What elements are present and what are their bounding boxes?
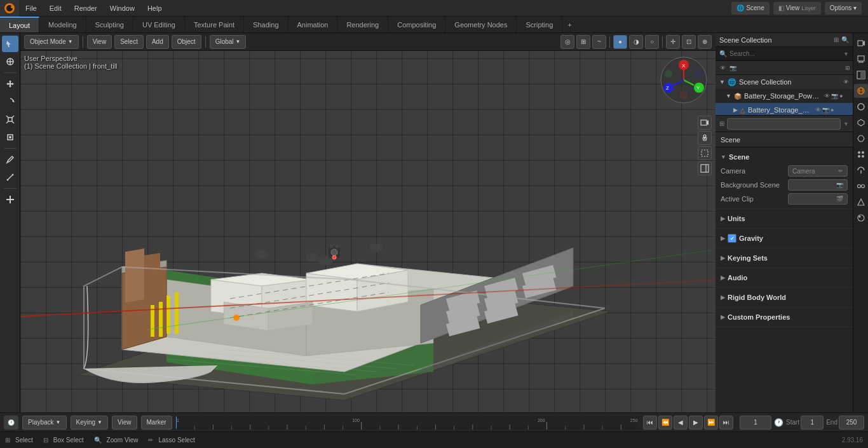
camera-view-button[interactable]	[698, 116, 712, 130]
prop-icon-physics[interactable]	[854, 163, 868, 177]
prop-icon-material[interactable]	[854, 211, 868, 225]
overlay-toggle[interactable]: ⊡	[682, 35, 696, 49]
outliner-scene-collection[interactable]: ▼ 🌐 Scene Collection 👁	[715, 75, 853, 89]
tab-geometry-nodes[interactable]: Geometry Nodes	[445, 17, 517, 32]
prop-icon-particles[interactable]	[854, 147, 868, 161]
tool-measure[interactable]	[2, 169, 18, 186]
item1-visibility[interactable]: 👁	[824, 93, 830, 99]
view-menu[interactable]: View	[87, 35, 112, 49]
viewport-shading-render[interactable]: ○	[645, 35, 659, 49]
step-back-button[interactable]: ⏪	[658, 416, 672, 430]
object-menu[interactable]: Object	[172, 35, 201, 49]
jump-to-end-button[interactable]: ⏭	[719, 416, 733, 430]
outliner-search-icon[interactable]: 🔍	[841, 36, 849, 43]
tool-add[interactable]	[2, 191, 18, 208]
item1-camera[interactable]: 📷	[831, 93, 838, 99]
viewport-shading-solid[interactable]: ●	[613, 35, 627, 49]
object-mode-selector[interactable]: Object Mode ▼	[24, 35, 79, 49]
walk-navigation-button[interactable]	[698, 131, 712, 145]
tab-texture-paint[interactable]: Texture Paint	[185, 17, 244, 32]
visibility-icon[interactable]: 👁	[843, 79, 849, 85]
item2-visibility[interactable]: 👁	[815, 107, 821, 113]
step-forward-button[interactable]: ⏩	[704, 416, 718, 430]
outliner-filter-restrict[interactable]: 👁	[718, 64, 727, 72]
snap-toggle[interactable]: ⊞	[576, 35, 590, 49]
navigation-gizmo[interactable]: X Y Z	[658, 55, 709, 105]
outliner-filter-options[interactable]: ⊞	[845, 65, 850, 71]
end-frame-input[interactable]: 250	[839, 416, 864, 430]
marker-menu[interactable]: Marker	[141, 416, 172, 430]
fps-indicator[interactable]: 🕐	[4, 416, 18, 430]
menu-window[interactable]: Window	[104, 0, 141, 16]
tab-modeling[interactable]: Modeling	[39, 17, 86, 32]
tab-compositing[interactable]: Compositing	[388, 17, 445, 32]
tab-rendering[interactable]: Rendering	[337, 17, 388, 32]
prop-icon-output[interactable]	[854, 52, 868, 66]
start-frame-input[interactable]: 1	[801, 416, 824, 430]
render-region-button[interactable]	[698, 146, 712, 160]
tab-shading[interactable]: Shading	[244, 17, 288, 32]
play-button[interactable]: ▶	[689, 416, 703, 430]
menu-file[interactable]: File	[19, 0, 43, 16]
prop-icon-constraints[interactable]	[854, 179, 868, 193]
timeline-ruler-container[interactable]: 1 100 200 250	[176, 416, 639, 430]
outliner-search-input[interactable]	[729, 50, 843, 57]
add-workspace-button[interactable]: +	[562, 21, 576, 29]
props-gravity-header[interactable]: ▶ ✓ Gravity	[715, 231, 853, 245]
menu-edit[interactable]: Edit	[43, 0, 68, 16]
outliner-filter-toggle[interactable]: ▼	[843, 51, 849, 57]
tab-animation[interactable]: Animation	[288, 17, 338, 32]
props-keying-header[interactable]: ▶ Keying Sets	[715, 251, 853, 265]
sidebar-toggle[interactable]	[698, 161, 712, 175]
outliner-item-1[interactable]: ▼ 📦 Battery_Storage_Power_Stat 👁 📷 ●	[715, 89, 853, 103]
props-filter-icon[interactable]: ⊞	[719, 120, 724, 127]
item2-camera[interactable]: 📷	[822, 107, 829, 113]
item2-render[interactable]: ●	[831, 107, 834, 113]
tab-scripting[interactable]: Scripting	[517, 17, 562, 32]
camera-value[interactable]: Camera ✏	[788, 165, 848, 177]
prop-icon-scene[interactable]	[854, 84, 868, 98]
transform-mode[interactable]: Global ▼	[210, 35, 247, 49]
prop-icon-object[interactable]	[854, 116, 868, 130]
tab-layout[interactable]: Layout	[0, 17, 39, 32]
proportional-editing[interactable]: ◎	[560, 35, 574, 49]
keying-menu[interactable]: Keying ▼	[71, 416, 109, 430]
menu-help[interactable]: Help	[141, 0, 168, 16]
viewport-shading-material[interactable]: ◑	[629, 35, 643, 49]
tool-rotate[interactable]	[2, 93, 18, 110]
props-custom-header[interactable]: ▶ Custom Properties	[715, 310, 853, 324]
tab-uv-editing[interactable]: UV Editing	[133, 17, 185, 32]
proportional-falloff[interactable]: ~	[592, 35, 606, 49]
prop-icon-render[interactable]	[854, 36, 868, 50]
menu-render[interactable]: Render	[68, 0, 104, 16]
prop-icon-data[interactable]	[854, 195, 868, 209]
viewport-3d[interactable]: Object Mode ▼ View Select Add Object Glo…	[20, 33, 715, 412]
tool-move[interactable]	[2, 76, 18, 92]
tool-scale[interactable]	[2, 111, 18, 128]
bg-scene-value[interactable]: 📷	[788, 179, 848, 191]
prop-icon-modifier[interactable]	[854, 132, 868, 146]
playback-menu[interactable]: Playback ▼	[22, 416, 67, 430]
item1-render[interactable]: ●	[839, 93, 843, 99]
props-scene-section-header[interactable]: ▼ Scene	[715, 150, 853, 164]
gravity-checkbox[interactable]: ✓	[728, 234, 736, 243]
tab-sculpting[interactable]: Sculpting	[86, 17, 133, 32]
select-menu[interactable]: Select	[114, 35, 144, 49]
props-search-input[interactable]	[727, 118, 841, 130]
gizmo-toggle[interactable]: ✛	[666, 35, 680, 49]
jump-to-start-button[interactable]: ⏮	[643, 416, 657, 430]
prop-icon-world[interactable]	[854, 100, 868, 114]
add-menu[interactable]: Add	[146, 35, 169, 49]
timeline-view-menu[interactable]: View	[112, 416, 137, 430]
tool-annotate[interactable]	[2, 151, 18, 168]
props-rigid-body-header[interactable]: ▶ Rigid Body World	[715, 290, 853, 304]
outliner-item-2[interactable]: ▶ △ Battery_Storage_Power... 👁 📷 ●	[715, 103, 853, 116]
active-clip-value[interactable]: 🎬	[788, 193, 848, 205]
xray-toggle[interactable]: ⊕	[698, 35, 712, 49]
options-button[interactable]: Options ▾	[825, 2, 862, 15]
camera-edit-icon[interactable]: ✏	[838, 168, 843, 174]
tool-select[interactable]	[2, 36, 18, 52]
current-frame-input[interactable]: 1	[740, 416, 771, 430]
play-backward-button[interactable]: ◀	[674, 416, 688, 430]
outliner-filter-icon[interactable]: ⊞	[834, 36, 839, 43]
